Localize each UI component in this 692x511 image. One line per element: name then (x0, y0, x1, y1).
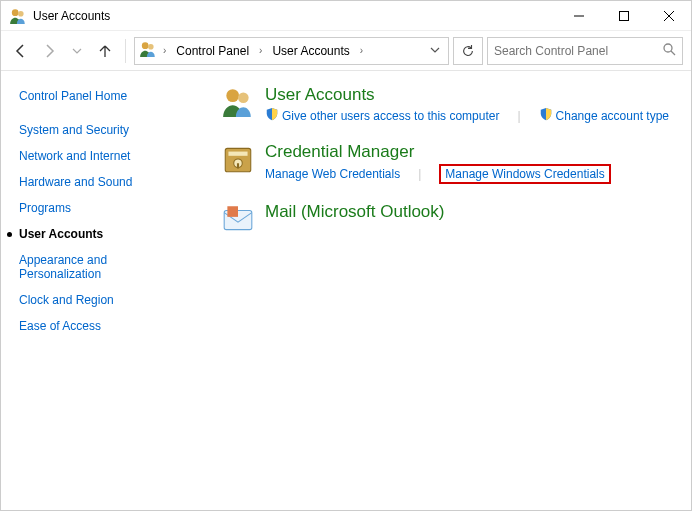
credential-manager-icon (221, 142, 255, 176)
breadcrumb-root[interactable]: Control Panel (172, 42, 253, 60)
user-accounts-icon (221, 85, 255, 119)
task-manage-web-credentials[interactable]: Manage Web Credentials (265, 167, 400, 181)
svg-point-7 (148, 44, 154, 50)
shield-icon (539, 107, 553, 124)
svg-point-1 (18, 10, 24, 16)
address-dropdown[interactable] (426, 44, 444, 58)
task-change-account-type[interactable]: Change account type (539, 107, 669, 124)
window-title: User Accounts (33, 9, 556, 23)
svg-point-8 (664, 44, 672, 52)
category-title[interactable]: User Accounts (265, 85, 669, 105)
task-label: Give other users access to this computer (282, 109, 499, 123)
category-title[interactable]: Credential Manager (265, 142, 611, 162)
maximize-button[interactable] (601, 1, 646, 30)
mail-icon (221, 202, 255, 236)
forward-button[interactable] (37, 39, 61, 63)
sidebar-item-ease-of-access[interactable]: Ease of Access (19, 319, 201, 333)
breadcrumb-current[interactable]: User Accounts (268, 42, 353, 60)
sidebar-item-system-security[interactable]: System and Security (19, 123, 201, 137)
category-title[interactable]: Mail (Microsoft Outlook) (265, 202, 444, 222)
svg-rect-3 (619, 11, 628, 20)
category-credential-manager: Credential Manager Manage Web Credential… (221, 142, 671, 184)
sidebar-item-user-accounts[interactable]: User Accounts (19, 227, 201, 241)
separator (125, 39, 126, 63)
content-area: Control Panel Home System and Security N… (1, 71, 691, 510)
task-manage-windows-credentials[interactable]: Manage Windows Credentials (439, 164, 610, 184)
search-icon[interactable] (662, 42, 676, 59)
svg-rect-15 (237, 163, 239, 168)
toolbar: › Control Panel › User Accounts › (1, 31, 691, 71)
up-button[interactable] (93, 39, 117, 63)
sidebar-home[interactable]: Control Panel Home (19, 89, 201, 103)
sidebar-item-hardware-sound[interactable]: Hardware and Sound (19, 175, 201, 189)
separator: | (517, 109, 520, 123)
back-button[interactable] (9, 39, 33, 63)
window-titlebar: User Accounts (1, 1, 691, 31)
minimize-button[interactable] (556, 1, 601, 30)
chevron-right-icon[interactable]: › (161, 45, 168, 56)
sidebar: Control Panel Home System and Security N… (1, 71, 201, 510)
user-accounts-icon (9, 7, 27, 25)
svg-rect-13 (228, 152, 247, 156)
chevron-right-icon[interactable]: › (257, 45, 264, 56)
search-input[interactable] (494, 44, 658, 58)
svg-point-11 (238, 92, 249, 103)
recent-dropdown[interactable] (65, 39, 89, 63)
svg-point-0 (12, 9, 19, 16)
search-box[interactable] (487, 37, 683, 65)
main-content: User Accounts Give other users access to… (201, 71, 691, 510)
close-button[interactable] (646, 1, 691, 30)
svg-point-6 (142, 42, 149, 49)
chevron-right-icon[interactable]: › (358, 45, 365, 56)
svg-rect-17 (227, 206, 238, 217)
address-icon (139, 40, 157, 61)
category-user-accounts: User Accounts Give other users access to… (221, 85, 671, 124)
sidebar-item-clock-region[interactable]: Clock and Region (19, 293, 201, 307)
address-bar[interactable]: › Control Panel › User Accounts › (134, 37, 449, 65)
sidebar-item-appearance-personalization[interactable]: Appearance and Personalization (19, 253, 159, 281)
refresh-button[interactable] (453, 37, 483, 65)
task-give-access[interactable]: Give other users access to this computer (265, 107, 499, 124)
shield-icon (265, 107, 279, 124)
svg-point-10 (226, 89, 239, 102)
category-mail: Mail (Microsoft Outlook) (221, 202, 671, 236)
svg-line-9 (671, 51, 675, 55)
sidebar-item-network-internet[interactable]: Network and Internet (19, 149, 201, 163)
separator: | (418, 167, 421, 181)
sidebar-item-programs[interactable]: Programs (19, 201, 201, 215)
task-label: Change account type (556, 109, 669, 123)
